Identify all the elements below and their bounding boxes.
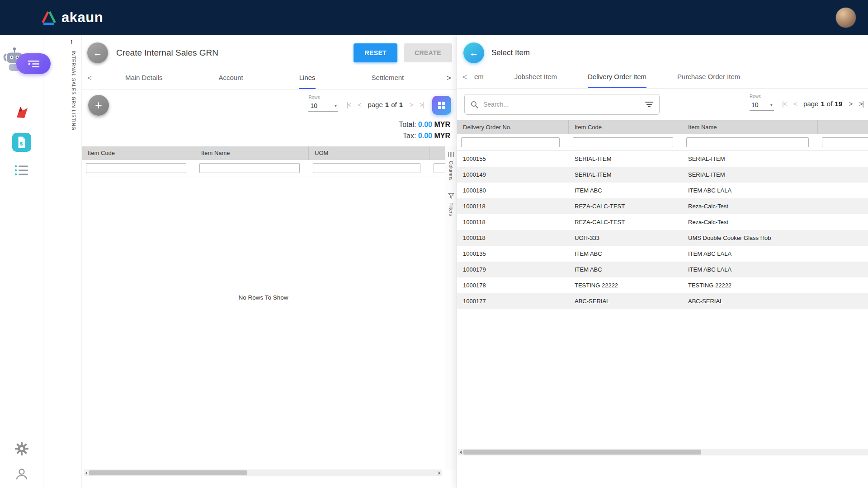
brand-name: akaun bbox=[61, 9, 103, 26]
column-header-item-name[interactable]: Item Name bbox=[195, 146, 309, 160]
drawer-back-button[interactable]: ← bbox=[463, 42, 484, 63]
of-word: of bbox=[827, 100, 833, 108]
gear-icon bbox=[15, 442, 28, 455]
delivery-order-row[interactable]: 1000180 ITEM ABC ITEM ABC LALA bbox=[457, 183, 868, 198]
tab-settlement[interactable]: Settlement bbox=[372, 67, 404, 89]
back-button[interactable]: ← bbox=[87, 42, 108, 63]
lines-horizontal-scrollbar[interactable] bbox=[84, 469, 442, 476]
column-header-item-code[interactable]: Item Code bbox=[569, 120, 682, 134]
horizontal-scroll-thumb[interactable] bbox=[463, 450, 701, 455]
column-header-item-name[interactable]: Item Name bbox=[682, 120, 818, 134]
scroll-left-arrow-icon[interactable] bbox=[460, 450, 462, 454]
tab-main-details[interactable]: Main Details bbox=[125, 67, 163, 89]
item-name-filter-input[interactable] bbox=[199, 163, 300, 173]
menu-toggle-button[interactable] bbox=[16, 53, 51, 74]
reset-button[interactable]: RESET bbox=[354, 43, 397, 62]
delivery-order-row[interactable]: 1000149 SERIAL-ITEM SERIAL-ITEM bbox=[457, 167, 868, 183]
scroll-left-arrow-icon[interactable] bbox=[85, 471, 87, 475]
filters-tab-label: Filters bbox=[448, 202, 454, 216]
tab-clipped-item[interactable]: em bbox=[474, 66, 484, 88]
pagination: |< < page 1 of 1 > >| bbox=[346, 101, 424, 108]
delivery-order-row[interactable]: 1000118 REZA-CALC-TEST Reza-Calc-Test bbox=[457, 214, 868, 230]
delivery-order-row[interactable]: 1000178 TESTING 22222 TESTING 22222 bbox=[457, 277, 868, 293]
sidebar-app-accounting[interactable]: $ bbox=[12, 133, 31, 152]
filter-list-icon[interactable] bbox=[645, 101, 653, 108]
collapsed-listing-tab[interactable]: 1 INTERNAL SALES GRN LISTING bbox=[43, 35, 81, 488]
cell-item-name: SERIAL-ITEM bbox=[682, 171, 818, 178]
lines-table-area: Item Code Item Name UOM No Rows To Show bbox=[82, 146, 457, 469]
prev-page-button[interactable]: < bbox=[793, 100, 797, 108]
table-header-row: Item Code Item Name UOM bbox=[82, 146, 445, 160]
column-header-delivery-order-no[interactable]: Delivery Order No. bbox=[457, 120, 569, 134]
create-grn-panel: ← Create Internal Sales GRN RESET CREATE… bbox=[81, 35, 457, 488]
toolbar-right-cluster: Rows 10 ▼ |< < page 1 of 1 > bbox=[308, 95, 451, 115]
tabs-scroll-right-icon[interactable]: > bbox=[441, 67, 457, 89]
grid-icon bbox=[438, 101, 446, 109]
tab-account[interactable]: Account bbox=[218, 67, 243, 89]
rows-value: 10 bbox=[751, 101, 759, 108]
cell-item-code: SERIAL-ITEM bbox=[569, 171, 682, 178]
column-header-uom[interactable]: UOM bbox=[309, 146, 429, 160]
columns-side-tab[interactable]: Columns bbox=[448, 152, 454, 180]
delivery-order-row[interactable]: 1000118 UGH-333 UMS Double Cooker Glass … bbox=[457, 230, 868, 246]
scroll-right-arrow-icon[interactable] bbox=[439, 471, 440, 475]
item-code-filter-input[interactable] bbox=[86, 163, 186, 173]
delivery-order-no-filter-input[interactable] bbox=[461, 137, 560, 147]
column-header-item-code[interactable]: Item Code bbox=[82, 146, 195, 160]
red-app-icon bbox=[14, 104, 30, 120]
cell-item-code: TESTING 22222 bbox=[569, 282, 682, 289]
tab-lines[interactable]: Lines bbox=[299, 67, 316, 89]
sidebar-app-red[interactable] bbox=[14, 104, 30, 120]
brand-logo[interactable]: akaun bbox=[41, 9, 103, 26]
table-horizontal-scrollbar[interactable] bbox=[458, 449, 868, 455]
top-navbar: akaun bbox=[0, 0, 868, 35]
prev-page-button[interactable]: < bbox=[358, 101, 361, 108]
sidebar-app-listing[interactable] bbox=[14, 164, 29, 176]
cell-item-name: ABC-SERIAL bbox=[682, 298, 818, 305]
totals-summary: Total: 0.00 MYR Tax: 0.00 MYR bbox=[399, 116, 457, 143]
delivery-order-row[interactable]: 1000179 ITEM ABC ITEM ABC LALA bbox=[457, 262, 868, 277]
settings-button[interactable] bbox=[15, 442, 28, 455]
delivery-order-row[interactable]: 1000155 SERIAL-ITEM SERIAL-ITEM bbox=[457, 151, 868, 167]
next-page-button[interactable]: > bbox=[410, 101, 413, 108]
user-avatar[interactable] bbox=[835, 7, 856, 28]
profile-button[interactable] bbox=[15, 467, 28, 481]
last-page-button[interactable]: >| bbox=[859, 100, 863, 108]
first-page-button[interactable]: |< bbox=[782, 100, 787, 108]
extra-filter-input[interactable] bbox=[822, 137, 868, 147]
main-area: $ bbox=[0, 35, 868, 488]
page-indicator: page 1 of 1 bbox=[368, 101, 403, 108]
rows-per-page-select[interactable]: Rows 10 ▼ bbox=[750, 94, 774, 111]
search-input[interactable] bbox=[482, 100, 641, 108]
create-button[interactable]: CREATE bbox=[404, 43, 452, 62]
drawer-header: ← Select Item bbox=[457, 35, 868, 66]
next-page-button[interactable]: > bbox=[849, 100, 852, 108]
cell-delivery-order-no: 1000118 bbox=[457, 235, 569, 241]
extra-filter-input[interactable] bbox=[434, 163, 445, 173]
drawer-title: Select Item bbox=[491, 48, 530, 57]
delivery-order-row[interactable]: 1000135 ITEM ABC ITEM ABC LALA bbox=[457, 246, 868, 262]
tab-purchase-order-item[interactable]: Purchase Order Item bbox=[677, 66, 740, 88]
cell-item-code: ITEM ABC bbox=[569, 187, 682, 194]
assistant-mascot[interactable] bbox=[0, 42, 43, 84]
item-name-filter-input[interactable] bbox=[686, 137, 809, 147]
empty-message: No Rows To Show bbox=[238, 294, 288, 301]
tabs-scroll-left-icon[interactable]: < bbox=[82, 74, 97, 83]
rows-per-page-select[interactable]: Rows 10 ▼ bbox=[308, 95, 338, 112]
filters-side-tab[interactable]: Filters bbox=[448, 193, 454, 216]
first-page-button[interactable]: |< bbox=[346, 101, 351, 108]
item-code-filter-input[interactable] bbox=[573, 137, 673, 147]
tabs-scroll-left-icon[interactable]: < bbox=[457, 73, 472, 82]
delivery-order-row[interactable]: 1000118 REZA-CALC-TEST Reza-Calc-Test bbox=[457, 198, 868, 214]
grid-view-button[interactable] bbox=[432, 96, 451, 115]
tab-jobsheet-item[interactable]: Jobsheet Item bbox=[514, 66, 557, 88]
rows-label: Rows bbox=[308, 95, 338, 100]
tab-delivery-order-item[interactable]: Delivery Order Item bbox=[588, 66, 646, 88]
item-source-tabs: < em Jobsheet Item Delivery Order Item P… bbox=[457, 66, 868, 89]
uom-filter-input[interactable] bbox=[313, 163, 420, 173]
horizontal-scroll-thumb[interactable] bbox=[89, 470, 247, 475]
delivery-order-row[interactable]: 1000177 ABC-SERIAL ABC-SERIAL bbox=[457, 293, 868, 309]
last-page-button[interactable]: >| bbox=[420, 101, 424, 108]
add-line-button[interactable]: + bbox=[88, 95, 109, 116]
search-box bbox=[464, 94, 660, 115]
